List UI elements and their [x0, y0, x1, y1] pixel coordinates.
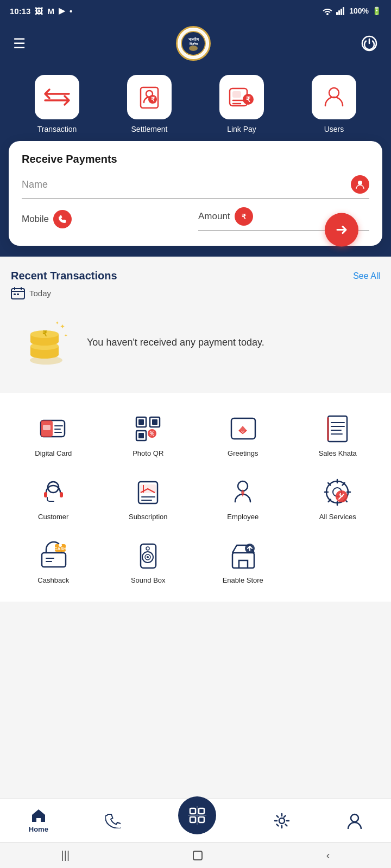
- android-back-button[interactable]: ‹: [326, 849, 330, 861]
- name-input[interactable]: [22, 179, 351, 190]
- all-services-button[interactable]: All Services: [293, 469, 383, 527]
- rupee-icon: ₹: [235, 207, 253, 226]
- svg-text:₹: ₹: [242, 213, 247, 221]
- greetings-button[interactable]: Greetings: [198, 406, 288, 464]
- settlement-button[interactable]: ₹ Settlement: [127, 75, 172, 133]
- name-input-row: [22, 175, 369, 199]
- profile-nav-button[interactable]: [347, 813, 362, 829]
- services-grid: Digital Card % Photo QR: [0, 393, 391, 602]
- greetings-label: Greetings: [228, 449, 258, 457]
- subscription-button[interactable]: Subscription: [104, 469, 193, 527]
- home-icon: [30, 808, 47, 823]
- date-label: Today: [29, 289, 51, 298]
- users-button[interactable]: Users: [312, 75, 356, 133]
- svg-point-18: [358, 181, 362, 185]
- empty-message: You haven't received any payment today.: [87, 335, 264, 350]
- svg-rect-70: [190, 817, 195, 822]
- quick-actions: Transaction ₹ Settlement ₹ Link Pay: [0, 65, 391, 149]
- wifi-icon: [322, 7, 333, 15]
- mobile-label: Mobile: [22, 214, 49, 225]
- phone-nav-button[interactable]: [105, 813, 121, 828]
- status-bar: 10:13 🖼 M ▶ • 100% 🔋: [0, 0, 391, 22]
- photo-qr-button[interactable]: % Photo QR: [104, 406, 193, 464]
- dot-icon: •: [70, 7, 72, 16]
- bottom-nav: Home: [0, 799, 391, 842]
- settings-nav-button[interactable]: [274, 813, 290, 829]
- receive-payments-card: Receive Payments Mobile: [9, 141, 382, 246]
- cashback-button[interactable]: CASH Cashback: [9, 533, 98, 591]
- svg-point-65: [146, 547, 149, 550]
- svg-text:₹: ₹: [42, 329, 47, 338]
- header: ☰ भारतीय बिज़नेस: [0, 22, 391, 65]
- svg-rect-21: [14, 293, 16, 295]
- customer-button[interactable]: Customer: [9, 469, 98, 527]
- home-label: Home: [29, 825, 48, 833]
- power-button[interactable]: [361, 35, 378, 52]
- photo-icon: 🖼: [35, 7, 43, 16]
- android-nav-bar: ||| ‹: [0, 842, 391, 868]
- svg-rect-22: [17, 293, 19, 295]
- users-label: Users: [324, 125, 344, 133]
- subscription-label: Subscription: [129, 513, 168, 521]
- svg-text:₹: ₹: [151, 96, 155, 103]
- customer-label: Customer: [38, 513, 68, 521]
- signal-icon: [336, 7, 346, 15]
- user-icon: [351, 175, 369, 194]
- employee-button[interactable]: Employee: [198, 469, 288, 527]
- svg-rect-36: [43, 425, 51, 430]
- settlement-label: Settlement: [131, 125, 168, 133]
- svg-rect-57: [42, 553, 66, 567]
- time: 10:13: [10, 7, 30, 16]
- svg-text:✦: ✦: [55, 321, 59, 326]
- svg-rect-47: [327, 417, 329, 441]
- svg-text:CASH: CASH: [54, 546, 66, 551]
- youtube-icon: ▶: [59, 6, 65, 16]
- svg-rect-2: [340, 9, 342, 15]
- sales-khata-button[interactable]: Sales Khata: [293, 406, 383, 464]
- linkpay-button[interactable]: ₹ Link Pay: [219, 75, 264, 133]
- android-menu-button[interactable]: |||: [61, 849, 70, 861]
- send-payment-button[interactable]: [325, 213, 358, 247]
- svg-point-7: [189, 46, 198, 51]
- phone-nav-icon: [105, 813, 121, 828]
- transaction-label: Transaction: [37, 125, 77, 133]
- svg-rect-1: [338, 10, 340, 15]
- svg-rect-49: [44, 492, 47, 497]
- digital-card-label: Digital Card: [35, 449, 72, 457]
- battery: 100%: [349, 7, 369, 15]
- settings-icon: [274, 813, 290, 829]
- home-nav-button[interactable]: Home: [29, 808, 48, 833]
- employee-label: Employee: [227, 513, 258, 521]
- svg-text:%: %: [150, 431, 155, 437]
- svg-rect-3: [343, 7, 344, 15]
- m-icon: M: [47, 7, 54, 16]
- svg-rect-40: [138, 419, 144, 425]
- phone-icon[interactable]: [53, 210, 72, 228]
- svg-text:✦: ✦: [64, 333, 68, 338]
- scan-button[interactable]: [178, 796, 216, 834]
- amount-label: Amount: [198, 211, 230, 222]
- profile-icon: [347, 813, 362, 829]
- digital-card-button[interactable]: Digital Card: [9, 406, 98, 464]
- coins-illustration: ₹ ✦ ✦ ✦: [16, 318, 76, 367]
- hamburger-menu[interactable]: ☰: [13, 35, 26, 52]
- svg-rect-50: [60, 492, 63, 497]
- enable-store-button[interactable]: Enable Store: [198, 533, 288, 591]
- cashback-label: Cashback: [37, 576, 69, 584]
- svg-point-73: [351, 814, 358, 822]
- svg-rect-41: [152, 419, 157, 425]
- svg-rect-68: [190, 808, 195, 814]
- svg-text:✦: ✦: [60, 323, 65, 330]
- receive-payments-title: Receive Payments: [22, 153, 369, 165]
- see-all-button[interactable]: See All: [353, 271, 380, 281]
- svg-point-72: [279, 818, 285, 824]
- android-home-button[interactable]: [192, 850, 204, 861]
- transaction-button[interactable]: Transaction: [35, 75, 79, 133]
- scan-icon: [188, 806, 206, 825]
- svg-rect-42: [138, 433, 144, 438]
- svg-rect-0: [336, 12, 338, 15]
- battery-icon: 🔋: [372, 7, 381, 15]
- sound-box-button[interactable]: Sound Box: [104, 533, 193, 591]
- svg-text:बिज़नेस: बिज़नेस: [188, 42, 198, 46]
- recent-transactions-section: Recent Transactions See All Today: [0, 257, 391, 387]
